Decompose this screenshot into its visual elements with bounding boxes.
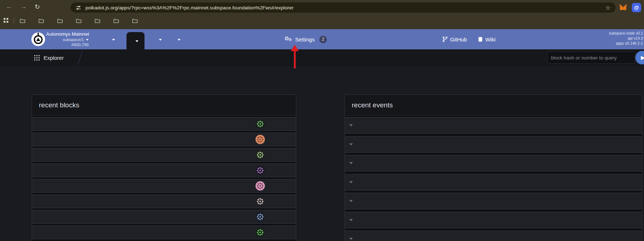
nav-menu-item[interactable] <box>173 29 182 49</box>
event-row <box>345 136 642 153</box>
forward-icon[interactable]: → <box>20 3 27 10</box>
nav-menu-item[interactable] <box>108 29 116 49</box>
explorer-subnav: Explorer <box>0 49 644 66</box>
chain-logo[interactable] <box>31 32 45 46</box>
bookmark-folder[interactable] <box>132 18 140 23</box>
event-ref <box>637 231 642 241</box>
event-row <box>345 174 642 191</box>
stat-cell <box>564 73 565 84</box>
event-expander[interactable] <box>345 117 357 133</box>
identicon[interactable] <box>256 212 265 222</box>
extension-icon[interactable]: @ <box>632 3 641 12</box>
stat-value <box>564 74 565 84</box>
block-author[interactable] <box>256 212 296 222</box>
block-author[interactable] <box>256 197 296 206</box>
event-expander[interactable] <box>345 231 357 241</box>
play-icon: ▶ <box>641 54 644 61</box>
bookmark-folder[interactable] <box>95 18 103 23</box>
caret-down-icon <box>349 181 353 185</box>
bookmark-folder[interactable] <box>20 18 28 23</box>
identicon[interactable] <box>256 135 265 144</box>
stat-value <box>45 74 47 84</box>
identicon[interactable] <box>256 181 265 191</box>
bookmark-folder[interactable] <box>76 18 84 23</box>
stat-cell <box>39 73 41 84</box>
folder-icon <box>132 18 138 23</box>
identicon[interactable] <box>256 119 265 129</box>
block-author[interactable] <box>256 135 296 144</box>
event-row <box>345 155 642 171</box>
identicon[interactable] <box>256 197 265 206</box>
bookmark-folder[interactable] <box>39 18 46 23</box>
stat-cell <box>45 73 47 84</box>
main-nav <box>108 29 182 49</box>
bookmarks-list <box>20 18 151 23</box>
block-row <box>32 210 296 224</box>
version-line: api v14.3 <box>609 36 643 41</box>
chain-stats-right <box>557 73 565 84</box>
block-author[interactable] <box>256 150 296 160</box>
recent-blocks-list <box>32 116 296 239</box>
subnav-divider <box>78 50 83 65</box>
stat-cell <box>33 73 35 84</box>
stat-cell <box>27 73 28 84</box>
event-ref <box>637 212 642 228</box>
chevron-down-icon <box>86 39 89 42</box>
url-text: polkadot.js.org/apps/?rpc=wss%3A%2F%2Frp… <box>85 5 294 10</box>
identicon[interactable] <box>256 166 265 175</box>
github-link[interactable]: GitHub <box>443 36 467 43</box>
annotation-arrow <box>289 45 301 69</box>
event-expander[interactable] <box>345 174 357 190</box>
back-icon[interactable]: ← <box>6 3 12 10</box>
event-row <box>345 193 642 209</box>
folder-icon <box>95 18 100 23</box>
nav-menu-item[interactable] <box>155 29 163 49</box>
caret-down-icon <box>349 124 353 128</box>
screenshot-root: ← → ↻ polkadot.js.org/apps/?rpc=wss%3A%2… <box>0 0 644 241</box>
metamask-icon[interactable] <box>619 4 627 13</box>
site-info-icon[interactable] <box>76 5 81 10</box>
event-info <box>357 193 637 209</box>
apps-grid-icon[interactable] <box>4 18 9 23</box>
settings-gears-icon: ⚙⚙ <box>284 36 293 43</box>
address-bar[interactable]: polkadot.js.org/apps/?rpc=wss%3A%2F%2Frp… <box>71 3 616 13</box>
event-expander[interactable] <box>345 193 357 209</box>
wiki-link[interactable]: Wiki <box>478 36 496 43</box>
nav-menu-item[interactable] <box>126 32 145 49</box>
event-expander[interactable] <box>345 212 357 228</box>
caret-down-icon <box>349 143 353 147</box>
bookmark-folder[interactable] <box>114 18 121 23</box>
event-info <box>357 231 637 241</box>
event-expander[interactable] <box>345 155 357 171</box>
book-icon <box>478 37 483 42</box>
version-info: subspace-node v0.1api v14.3apps v0.146.2… <box>609 31 643 46</box>
recent-blocks-title: recent blocks <box>32 95 296 116</box>
bookmark-star-icon[interactable]: ☆ <box>605 4 610 11</box>
chain-selector[interactable]: Autonomys Mainnet subspace/1 #600,799 <box>46 31 89 48</box>
chevron-down-icon <box>136 40 138 44</box>
app-header: Autonomys Mainnet subspace/1 #600,799 <box>0 29 644 49</box>
header-links: GitHub Wiki <box>443 29 496 49</box>
block-query-input[interactable] <box>547 52 635 64</box>
block-row <box>32 117 296 131</box>
bookmarks-divider <box>14 18 14 23</box>
block-author[interactable] <box>256 166 296 175</box>
block-row <box>32 195 296 208</box>
identicon[interactable] <box>256 228 265 237</box>
identicon[interactable] <box>256 150 265 160</box>
bookmark-folder[interactable] <box>57 18 65 23</box>
event-expander[interactable] <box>345 137 357 152</box>
caret-down-icon <box>349 238 353 241</box>
github-label: GitHub <box>450 36 467 43</box>
block-author[interactable] <box>256 228 296 237</box>
section-label: Explorer <box>44 55 64 61</box>
recent-events-panel: recent events <box>345 94 642 241</box>
query-submit-button[interactable]: ▶ <box>635 51 644 64</box>
event-ref <box>637 155 642 171</box>
block-author[interactable] <box>256 181 296 191</box>
event-info <box>357 155 637 171</box>
browser-toolbar: ← → ↻ polkadot.js.org/apps/?rpc=wss%3A%2… <box>0 0 644 15</box>
caret-down-icon <box>349 162 353 166</box>
block-author[interactable] <box>256 119 296 129</box>
reload-icon[interactable]: ↻ <box>35 3 40 11</box>
